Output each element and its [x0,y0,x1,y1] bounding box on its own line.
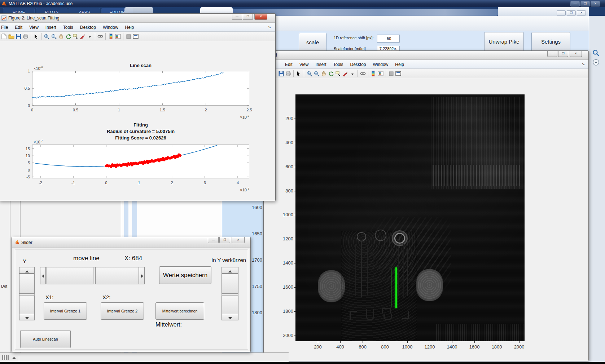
slider-maximize-button[interactable]: ❐ [219,237,230,243]
rotate-icon[interactable] [327,70,334,77]
doc-close-button[interactable]: ✕ [577,10,586,15]
move-line-slider-section[interactable] [95,267,139,284]
werte-speichern-button[interactable]: Werte speichern [159,266,211,284]
fig2-minimize-button[interactable]: — [232,14,242,20]
fig-close-button[interactable]: ✕ [570,51,582,57]
colorbar-icon[interactable] [370,70,377,77]
fig2-maximize-button[interactable]: ❐ [243,14,253,20]
expand-arrow-icon[interactable] [12,357,16,359]
menu-item-edit[interactable]: Edit [15,25,22,30]
menu-item-desktop[interactable]: Desktop [350,62,366,67]
menu-item-view[interactable]: View [299,62,309,67]
menu-item-edit[interactable]: Edit [285,62,293,67]
maximize-button[interactable]: ❐ [580,1,590,6]
slider-minimize-button[interactable]: — [208,237,219,243]
brush-icon[interactable] [79,33,86,40]
dock-arrow-icon[interactable]: ↘ [582,62,585,66]
zoomout-icon[interactable] [50,33,57,40]
datacursor-icon[interactable] [334,70,342,77]
in-y-down-button[interactable] [222,314,238,320]
plot2-axes[interactable] [32,145,249,178]
fig-maximize-button[interactable]: ❐ [558,51,568,57]
search-icon[interactable] [592,49,600,57]
slider-title-bar[interactable]: Slider — ❐ ✕ [12,237,250,248]
dropdown-circle-icon[interactable] [592,58,600,66]
print-icon[interactable] [22,33,29,40]
graybox-icon[interactable] [387,70,395,77]
y-slider-thumb[interactable] [19,274,35,294]
scale-button[interactable]: scale [299,33,326,53]
linescan-x-tick: 0 [24,108,40,112]
zoomin-icon[interactable] [306,70,313,77]
fig2-close-button[interactable]: ✕ [254,14,267,20]
doc-minimize-button[interactable]: — [557,10,566,15]
move-line-label: move line [73,255,100,262]
settings-button[interactable]: Settings [531,32,570,52]
datacursor-icon[interactable] [72,33,79,40]
hand-icon[interactable] [320,70,327,77]
brush-icon[interactable] [342,70,349,77]
mittelwert-berechnen-button[interactable]: Mittelwert berechnen [155,302,204,320]
in-y-thumb[interactable] [222,274,238,294]
in-y-up-button[interactable] [222,267,238,274]
interval-grenze2-button[interactable]: Interval Grenze 2 [101,302,144,320]
splitter-grip[interactable] [2,355,19,361]
auto-linescan-button[interactable]: Auto Linescan [20,330,71,348]
caret-icon[interactable] [349,70,356,77]
graybox-icon[interactable] [125,33,132,40]
hand-icon[interactable] [57,33,65,40]
y-slider-section[interactable] [19,296,35,314]
image-y-tick: 1600 [278,284,293,290]
menu-item-help[interactable]: Help [395,62,404,67]
figure2-title-bar[interactable]: Figure 2: Line_scan,Fitting — ❐ ✕ [0,14,275,23]
doc-restore-button[interactable]: ❐ [567,10,576,15]
minimize-button[interactable]: — [570,1,580,6]
menu-item-desktop[interactable]: Desktop [80,25,96,30]
slider-close-button[interactable]: ✕ [232,237,245,243]
caret-icon[interactable] [86,33,93,40]
zoomout-icon[interactable] [313,70,320,77]
move-line-slider-thumb[interactable] [47,267,93,284]
link-icon[interactable] [97,33,104,40]
save-icon[interactable] [15,33,22,40]
dockwin-icon[interactable] [132,33,139,40]
fig-minimize-button[interactable]: — [547,51,557,57]
dock-arrow-icon[interactable]: ↘ [268,25,271,29]
menu-item-insert[interactable]: Insert [315,62,326,67]
legend-icon[interactable] [377,70,384,77]
y-slider-down-button[interactable] [19,314,35,320]
image-figure-title-bar[interactable]: d — ❐ ✕ [264,51,588,60]
in-y-section[interactable] [222,296,238,314]
cursor-icon[interactable] [32,33,40,40]
new-icon[interactable] [0,33,8,40]
phase-image[interactable] [295,94,525,341]
menu-item-view[interactable]: View [29,25,39,30]
zoomin-icon[interactable] [43,33,50,40]
plot1-axes[interactable] [32,71,249,106]
move-line-right-arrow[interactable] [139,267,145,284]
unwrap-pike-button[interactable]: Unwrap Pike [484,32,524,52]
menu-item-help[interactable]: Help [125,25,134,30]
link-icon[interactable] [359,70,367,77]
menu-item-window[interactable]: Window [373,62,389,67]
cursor-icon[interactable] [295,70,302,77]
menu-item-tools[interactable]: Tools [63,25,73,30]
ref-shift-input[interactable]: -50 [377,35,400,43]
open-icon[interactable] [8,33,15,40]
scan-line-secondary[interactable] [391,268,391,307]
colorbar-icon[interactable] [107,33,114,40]
close-button[interactable]: ✕ [591,1,600,6]
interval-grenze1-button[interactable]: Interval Grenze 1 [44,302,87,320]
move-line-left-arrow[interactable] [40,267,46,284]
legend-icon[interactable] [114,33,122,40]
menu-item-window[interactable]: Window [103,25,118,30]
print-icon[interactable] [285,70,292,77]
dockwin-icon[interactable] [395,70,402,77]
menu-item-insert[interactable]: Insert [45,25,56,30]
save-icon[interactable] [277,70,285,77]
y-slider-up-button[interactable] [19,267,35,274]
menu-item-tools[interactable]: Tools [333,62,343,67]
menu-item-file[interactable]: File [1,25,8,30]
rotate-icon[interactable] [65,33,72,40]
scan-line-primary[interactable] [395,267,397,308]
